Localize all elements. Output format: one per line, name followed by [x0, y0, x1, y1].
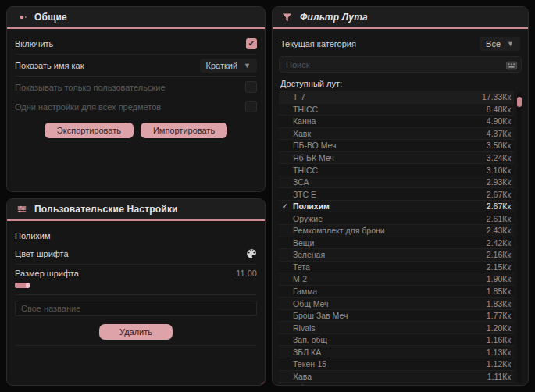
- panel-general: Общие Включить ✔ Показать имя как Кратки…: [6, 6, 266, 192]
- font-color-label: Цвет шрифта: [15, 249, 69, 258]
- chevron-down-icon: ▼: [244, 62, 251, 69]
- font-size-slider[interactable]: [15, 283, 257, 289]
- panel-custom-settings: Пользовательские Настройки Полихим Цвет …: [6, 198, 266, 386]
- category-row: Текущая категория Все ▼: [279, 34, 522, 54]
- list-item-value: 3.50Кк: [487, 141, 511, 150]
- funnel-icon: [281, 12, 293, 23]
- panel-custom-body: Полихим Цвет шрифта Размер шрифта 11.00: [7, 221, 265, 351]
- panel-general-title: Общие: [34, 12, 67, 23]
- list-item[interactable]: ✓ THICC 8.48Кк: [279, 103, 514, 116]
- divider: [15, 76, 257, 77]
- export-button[interactable]: Экспортировать: [45, 123, 134, 138]
- list-item-name: М-2: [291, 274, 487, 283]
- list-item[interactable]: ✓ Оружие 2.61Кк: [279, 212, 514, 224]
- list-item-name: Хавк: [291, 129, 487, 138]
- app-window: Общие Включить ✔ Показать имя как Кратки…: [0, 0, 535, 392]
- list-item[interactable]: ✓ Канна 4.90Кк: [279, 115, 514, 127]
- list-item[interactable]: ✓ Брош Зав Меч 1.77Кк: [279, 309, 514, 322]
- available-loot-label: Доступный лут:: [280, 79, 520, 88]
- list-item[interactable]: ✓ Хава 1.11Кк: [279, 370, 514, 383]
- font-color-row: Цвет шрифта: [15, 244, 257, 263]
- list-item-name: Оружие: [291, 214, 487, 223]
- list-item[interactable]: ✓ Общ Меч 1.83Кк: [279, 297, 514, 309]
- loot-list: ✓ Т-7 17.33Кк ✓ THICC 8.48Кк ✓ Канна 4.9…: [279, 91, 514, 385]
- list-item-value: 1.85Кк: [487, 287, 511, 296]
- scrollbar-thumb[interactable]: [517, 97, 522, 107]
- list-item-value: 2.15Кк: [487, 262, 511, 272]
- scrollbar[interactable]: [517, 92, 522, 383]
- list-item[interactable]: ✓ Текен-15 1.12Кк: [279, 358, 514, 370]
- list-item[interactable]: ✓ Вещи 2.42Кк: [279, 237, 514, 249]
- import-button[interactable]: Импортировать: [141, 123, 227, 138]
- font-size-row: Размер шрифта 11.00: [15, 265, 257, 281]
- show-name-label: Показать имя как: [15, 61, 84, 70]
- search-input[interactable]: [279, 56, 522, 73]
- divider: [15, 345, 257, 346]
- list-item-name: Зап. общ: [291, 335, 487, 344]
- list-item-name: ЗСА: [291, 177, 487, 187]
- list-item[interactable]: ✓ М-2 1.90Кк: [279, 273, 514, 285]
- list-item-name: Хава: [291, 372, 487, 381]
- list-item[interactable]: ✓ ЗБЛ КА 1.13Кк: [279, 345, 514, 358]
- list-item[interactable]: ✓ Rivals 1.20Кк: [279, 321, 514, 333]
- list-item[interactable]: ✓ Т-7 17.33Кк: [279, 91, 514, 103]
- list-item[interactable]: ✓ THICC 3.10Кк: [279, 163, 514, 176]
- list-item-value: 1.83Кк: [487, 299, 511, 308]
- list-item[interactable]: ✓ Гамма 1.85Кк: [279, 285, 514, 298]
- list-item-value: 3.24Кк: [487, 153, 511, 162]
- list-item[interactable]: ✓ Полихим 2.67Кк: [279, 200, 514, 212]
- right-column: Фильтр Лута Текущая категория Все ▼: [272, 6, 529, 386]
- list-item-value: 17.33Кк: [482, 92, 511, 102]
- list-item[interactable]: ✓ ПБ-ВО Меч 3.50Кк: [279, 139, 514, 151]
- font-size-label: Размер шрифта: [15, 269, 79, 278]
- list-item[interactable]: ✓ Хавк 4.37Кк: [279, 127, 514, 140]
- virtual-keyboard-icon[interactable]: [506, 59, 517, 73]
- same-settings-checkbox[interactable]: [245, 101, 257, 112]
- custom-name-row: [15, 301, 257, 316]
- list-item-name: Rivals: [291, 323, 487, 333]
- list-item[interactable]: ✓ ЗТС Е 2.67Кк: [279, 187, 514, 200]
- enable-checkbox[interactable]: ✔: [246, 38, 257, 49]
- left-column: Общие Включить ✔ Показать имя как Кратки…: [6, 6, 266, 386]
- panel-filter-title: Фильтр Лута: [300, 12, 368, 23]
- panel-general-body: Включить ✔ Показать имя как Краткий ▼ По…: [7, 29, 265, 143]
- show-name-combo[interactable]: Краткий ▼: [200, 59, 257, 73]
- list-item-value: 1.10Кк: [487, 383, 511, 385]
- list-item-value: 2.42Кк: [487, 238, 511, 248]
- list-item-name: Т-7: [291, 92, 482, 102]
- list-item-name: Общ Меч: [291, 299, 487, 308]
- list-item-name: Текен-15: [291, 359, 487, 369]
- list-item-value: 2.43Кк: [487, 226, 511, 235]
- list-item-name: ЗБЛ КА: [291, 347, 487, 357]
- list-item[interactable]: ✓ Зап. общ 1.16Кк: [279, 333, 514, 346]
- show-name-row: Показать имя как Краткий ▼: [15, 55, 257, 75]
- delete-button[interactable]: Удалить: [99, 324, 173, 340]
- list-item[interactable]: ✓ Яб-БК Меч 3.24Кк: [279, 151, 514, 164]
- list-item-value: 1.90Кк: [487, 274, 511, 283]
- list-item[interactable]: ✓ Тета 2.15Кк: [279, 261, 514, 273]
- list-item[interactable]: ✓ ЗСА 2.93Кк: [279, 176, 514, 188]
- list-item-name: Вещи: [291, 238, 487, 248]
- list-item-value: 3.10Кк: [487, 166, 511, 175]
- palette-icon[interactable]: [246, 248, 257, 259]
- list-item[interactable]: ✓ Ремкомплект для брони 2.43Кк: [279, 224, 514, 237]
- only-custom-checkbox[interactable]: [245, 81, 257, 93]
- panel-filter-header: Фильтр Лута: [273, 7, 528, 29]
- category-combo[interactable]: Все ▼: [480, 37, 520, 51]
- resize-grip[interactable]: [260, 380, 266, 386]
- category-label: Текущая категория: [280, 39, 356, 48]
- panel-filter-body: Текущая категория Все ▼: [273, 29, 528, 385]
- list-item[interactable]: ✓ Яб-ПКПМ Меч 1.10Кк: [279, 382, 514, 385]
- panel-custom-header: Пользовательские Настройки: [7, 199, 265, 221]
- list-item-value: 1.12Кк: [487, 359, 511, 369]
- list-item[interactable]: ✓ Зеленая 2.16Кк: [279, 248, 514, 261]
- list-item-name: ПБ-ВО Меч: [291, 141, 487, 150]
- custom-name-input[interactable]: [15, 301, 257, 316]
- slider-grab[interactable]: [26, 283, 30, 288]
- list-item-value: 2.67Кк: [487, 201, 511, 211]
- delete-row: Удалить: [15, 324, 257, 340]
- gear-icon: [16, 12, 27, 23]
- selected-item-name: Полихим: [15, 231, 257, 241]
- panel-general-header: Общие: [7, 7, 265, 29]
- list-item-value: 2.61Кк: [487, 214, 511, 223]
